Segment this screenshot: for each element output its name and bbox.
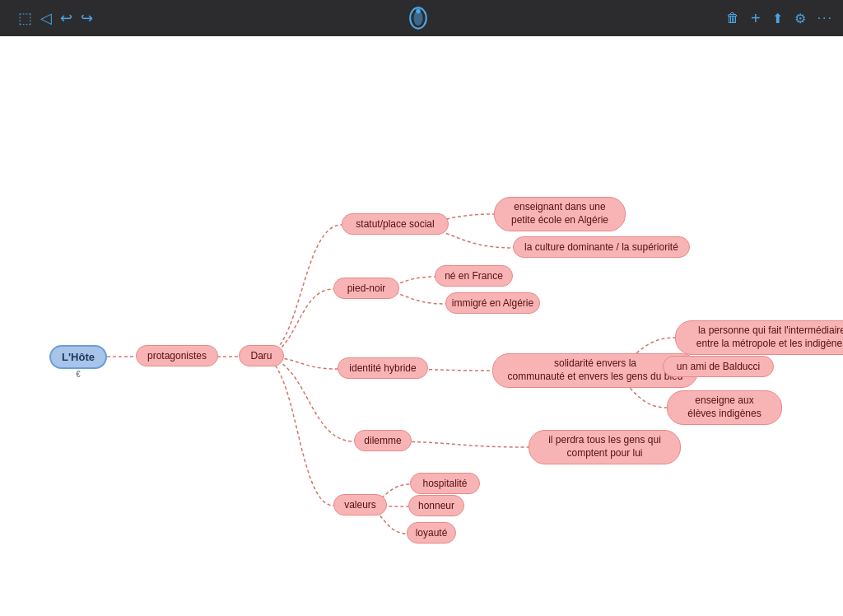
palette-icon[interactable]: ⚙ — [794, 11, 806, 26]
node-statut[interactable]: statut/place social — [342, 213, 449, 235]
share-icon[interactable]: ⬆ — [772, 11, 783, 26]
redo-icon[interactable]: ↪ — [81, 9, 93, 27]
node-protagonistes[interactable]: protagonistes — [136, 345, 218, 366]
node-enseigne[interactable]: enseigne auxélèves indigènes — [667, 390, 782, 425]
toolbar-right: 🗑 + ⬆ ⚙ ··· — [726, 9, 833, 28]
node-nefrance[interactable]: né en France — [435, 265, 513, 287]
node-enseignant[interactable]: enseignant dans unepetite école en Algér… — [494, 197, 626, 231]
add-icon[interactable]: + — [751, 9, 761, 28]
node-culture[interactable]: la culture dominante / la supériorité — [513, 236, 690, 258]
node-honneur[interactable]: honneur — [408, 495, 464, 516]
node-dilemme[interactable]: dilemme — [354, 430, 412, 451]
node-identite[interactable]: identité hybride — [338, 357, 428, 379]
svg-point-2 — [416, 9, 421, 14]
back-icon[interactable]: ◁ — [40, 9, 52, 27]
node-daru[interactable]: Daru — [239, 345, 284, 366]
trash-icon[interactable]: 🗑 — [726, 11, 739, 26]
node-loyaute[interactable]: loyauté — [407, 522, 456, 544]
node-immigre[interactable]: immigré en Algérie — [445, 292, 540, 314]
toolbar-center — [407, 7, 436, 30]
node-intermediaire[interactable]: la personne qui fait l'intermédiaireentr… — [675, 320, 843, 355]
mindmap-canvas[interactable]: L'Hôte€protagonistesDarustatut/place soc… — [0, 36, 843, 616]
node-ami[interactable]: un ami de Balducci — [663, 356, 774, 377]
node-pied-noir[interactable]: pied-noir — [333, 278, 399, 299]
app-logo-icon — [407, 7, 430, 30]
toolbar-left: ⬚ ◁ ↩ ↪ — [10, 9, 93, 27]
undo-icon[interactable]: ↩ — [60, 9, 72, 27]
node-perdra[interactable]: il perdra tous les gens quicomptent pour… — [529, 430, 681, 464]
node-hospitalite[interactable]: hospitalité — [410, 473, 480, 494]
node-root[interactable]: L'Hôte€ — [49, 345, 107, 369]
more-options-icon[interactable]: ··· — [817, 11, 833, 26]
node-valeurs[interactable]: valeurs — [333, 494, 387, 516]
new-document-icon[interactable]: ⬚ — [18, 9, 32, 27]
toolbar: ⬚ ◁ ↩ ↪ 🗑 + ⬆ ⚙ ··· — [0, 0, 843, 36]
